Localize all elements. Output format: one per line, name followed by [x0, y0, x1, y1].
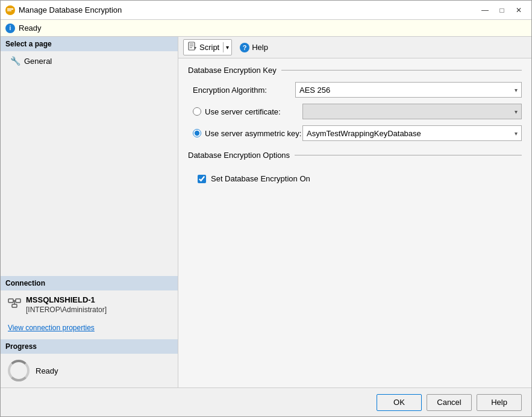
- dek-section-title: Database Encryption Key: [188, 66, 277, 75]
- script-label: Script: [199, 43, 219, 52]
- main-area: Select a page 🔧 General Connection: [1, 37, 531, 387]
- window-title: Manage Database Encryption: [19, 5, 122, 14]
- status-icon: i: [5, 24, 15, 33]
- script-icon: [187, 42, 197, 53]
- pages-list: 🔧 General: [1, 51, 178, 71]
- algorithm-label: Encryption Algorithm:: [193, 86, 295, 95]
- options-section-title: Database Encryption Options: [188, 151, 290, 160]
- dek-section: Database Encryption Key Encryption Algor…: [188, 66, 522, 141]
- set-encryption-checkbox[interactable]: [198, 175, 206, 183]
- main-window: Manage Database Encryption — □ ✕ i Ready…: [0, 0, 532, 417]
- asymmetric-radio[interactable]: [193, 129, 201, 137]
- algorithm-row: Encryption Algorithm: AES 256 ▾: [188, 82, 522, 98]
- svg-rect-3: [8, 299, 13, 303]
- help-icon: ?: [240, 43, 249, 52]
- asymmetric-value: AsymTestWrappingKeyDatabase: [307, 129, 421, 138]
- status-bar: i Ready: [1, 20, 531, 37]
- ok-button[interactable]: OK: [377, 394, 422, 411]
- maximize-button[interactable]: □: [494, 4, 510, 16]
- algorithm-dropdown[interactable]: AES 256 ▾: [295, 82, 522, 98]
- asymmetric-row: Use server asymmetric key: AsymTestWrapp…: [188, 125, 522, 141]
- connection-icon: [8, 296, 21, 312]
- wrench-icon: 🔧: [10, 56, 20, 66]
- help-label: Help: [252, 43, 268, 52]
- options-section: Database Encryption Options Set Database…: [188, 151, 522, 190]
- toolbar: Script ▾ ? Help: [178, 37, 531, 58]
- svg-rect-4: [16, 299, 20, 303]
- sidebar-item-general[interactable]: 🔧 General: [1, 54, 178, 68]
- progress-header: Progress: [1, 339, 178, 354]
- connection-server: MSSQLNSHIELD-1: [26, 295, 107, 304]
- content-area: Script ▾ ? Help Database Encryption Key: [178, 37, 531, 387]
- algorithm-dropdown-arrow: ▾: [515, 87, 518, 93]
- certificate-label: Use server certificate:: [205, 107, 302, 116]
- set-encryption-row: Set Database Encryption On: [188, 167, 522, 190]
- connection-info: MSSQLNSHIELD-1 [INTEROP\Administrator]: [1, 290, 178, 319]
- minimize-button[interactable]: —: [477, 4, 493, 16]
- asymmetric-label: Use server asymmetric key:: [205, 129, 302, 138]
- sidebar: Select a page 🔧 General Connection: [1, 37, 178, 387]
- progress-area: Ready: [1, 354, 178, 387]
- bottom-bar: OK Cancel Help: [1, 387, 531, 416]
- view-connection-properties-link[interactable]: View connection properties: [1, 319, 178, 339]
- svg-rect-1: [7, 8, 13, 10]
- asymmetric-dropdown[interactable]: AsymTestWrappingKeyDatabase ▾: [302, 125, 522, 141]
- help-bottom-button[interactable]: Help: [477, 394, 522, 411]
- script-button[interactable]: Script: [184, 40, 223, 55]
- status-text: Ready: [19, 24, 42, 33]
- script-dropdown[interactable]: Script ▾: [183, 39, 232, 55]
- asymmetric-dropdown-arrow: ▾: [515, 130, 518, 137]
- algorithm-value: AES 256: [299, 86, 330, 95]
- set-encryption-label: Set Database Encryption On: [211, 174, 310, 183]
- title-bar: Manage Database Encryption — □ ✕: [1, 1, 531, 20]
- certificate-dropdown: ▾: [302, 104, 522, 119]
- cancel-button[interactable]: Cancel: [427, 394, 472, 411]
- sidebar-item-general-label: General: [24, 57, 52, 66]
- pages-header: Select a page: [1, 37, 178, 51]
- app-icon: [5, 5, 15, 15]
- progress-spinner: [8, 360, 30, 381]
- svg-rect-7: [12, 304, 17, 307]
- progress-status: Ready: [36, 366, 58, 375]
- certificate-radio[interactable]: [193, 107, 201, 116]
- script-dropdown-arrow[interactable]: ▾: [223, 42, 231, 52]
- close-button[interactable]: ✕: [511, 4, 527, 16]
- connection-header: Connection: [1, 276, 178, 290]
- help-button[interactable]: ? Help: [234, 40, 274, 55]
- svg-rect-2: [7, 10, 11, 11]
- connection-user: [INTEROP\Administrator]: [26, 306, 107, 314]
- content-scroll: Database Encryption Key Encryption Algor…: [178, 58, 531, 387]
- certificate-row: Use server certificate: ▾: [188, 104, 522, 119]
